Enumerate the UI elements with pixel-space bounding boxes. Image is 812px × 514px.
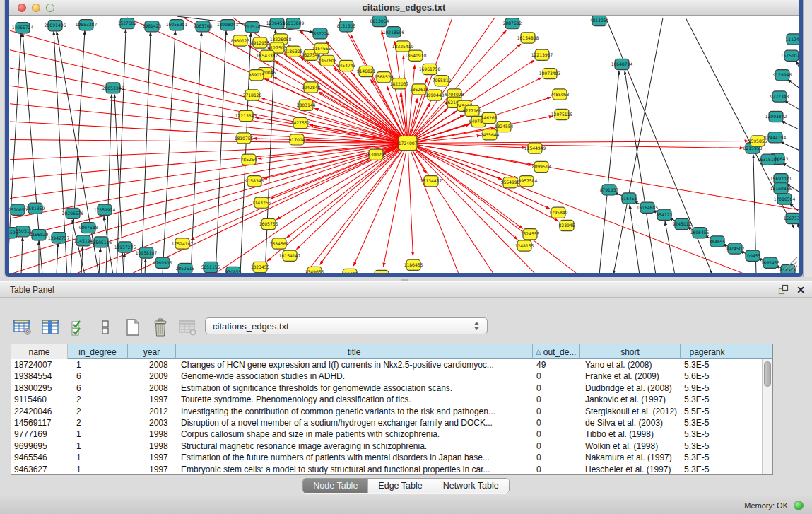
table-cell: 0 [533,464,580,474]
graph-edge-black [599,71,619,273]
graph-edge-black [124,253,124,273]
scrollbar-thumb[interactable] [764,361,771,387]
table-row[interactable]: 977716911998Corpus callosum shape and si… [11,428,762,440]
column-header-name[interactable]: name [11,344,68,359]
graph-node-label: 9097588 [79,225,98,230]
close-panel-icon[interactable]: ✕ [796,284,805,296]
memory-status-label: Memory: OK [744,501,788,510]
network-canvas[interactable]: 1724007140557242069140610653287152760289… [9,16,799,273]
delete-table-icon [179,319,197,336]
table-row[interactable]: 946362711997Embryonic stem cells: a mode… [11,464,762,474]
table-settings-button[interactable] [13,317,33,337]
table-row[interactable]: 911546021997Tourette syndrome. Phenomeno… [11,394,762,405]
tab-edge-table[interactable]: Edge Table [367,479,432,493]
column-header-out_degree[interactable]: △out_de... [533,344,580,359]
select-column-icon [41,319,59,336]
graph-node-label: 12975115 [551,112,573,117]
network-window-titlebar[interactable]: citations_edges.txt [9,0,799,16]
table-cell: 9465546 [11,452,68,463]
column-header-pagerank[interactable]: pagerank [681,344,734,359]
table-row[interactable]: 1872400712008Changes of HCN gene express… [11,359,762,370]
table-row[interactable]: 946554611997Estimation of the future num… [11,452,762,463]
table-cell: 9463627 [11,464,68,474]
table-cell: 1 [68,428,128,440]
graph-node-label: 16055301 [166,22,188,27]
select-all-rows-button[interactable] [68,317,88,337]
table-row[interactable]: 969969511998Structural magnetic resonanc… [11,440,762,452]
new-table-button[interactable] [123,317,143,337]
column-header-year[interactable]: year [128,344,176,359]
graph-node-label: 15692071 [770,176,792,181]
table-cell: 2 [68,406,128,417]
table-settings-icon [13,319,32,336]
table-cell: Wolkin et al. (1998) [580,440,681,452]
graph-node-label: 18325419 [392,44,414,49]
graph-edge-black [789,204,799,212]
column-header-title[interactable]: title [176,344,533,359]
graph-node-label: 10973403 [539,71,561,76]
graph-node-label: 13505115 [90,240,112,245]
table-cell: Tourette syndrome. Phenomenology and cla… [176,394,533,405]
select-column-button[interactable] [40,317,60,337]
graph-node-label: 2367608 [318,58,337,63]
graph-edge-black [782,163,799,172]
graph-node-label: 5051155 [201,264,220,269]
table-cell: 5.3E-5 [681,359,734,370]
table-cell: 2012 [128,406,176,417]
table-row[interactable]: 1830029562008Estimation of significance … [11,382,762,394]
float-panel-icon[interactable] [778,284,789,296]
table-row[interactable]: 1938455462009Genome-wide association stu… [11,370,762,382]
graph-node-label: 9554998 [501,180,520,185]
graph-node-label: 1527602 [118,21,137,25]
graph-node-label: 6794028 [445,92,464,97]
graph-node-label: 12444194 [765,135,787,140]
graph-edge-red [408,143,518,178]
tab-node-table[interactable]: Node Table [303,479,367,493]
delete-selected-button[interactable] [151,317,170,337]
clear-selection-button[interactable] [95,317,115,337]
graph-edge-red [10,143,408,218]
table-cell: 0 [533,417,580,428]
column-header-in_degree[interactable]: in_degree [68,344,128,359]
graph-edge-black [781,121,799,129]
graph-node-label: 8099513 [532,164,551,169]
table-cell: 2008 [128,382,176,394]
graph-node-label: 19218596 [383,29,405,34]
graph-node-label: 1595855 [748,139,767,144]
table-row[interactable]: 1456911722003Disruption of a novel membe… [11,417,762,428]
graph-node-label: 8960123 [231,38,250,43]
table-scrollbar[interactable] [762,359,772,474]
graph-node-label: 4813054 [590,18,609,23]
graph-edge-red [384,143,408,267]
delete-table-button[interactable] [178,317,198,337]
table-body: 1872400712008Changes of HCN gene express… [11,359,762,474]
graph-node-label: 391595 [9,230,18,235]
graph-node-label: 2520650 [9,207,27,212]
graph-node-label: 2718126 [243,93,262,98]
table-cell: 14569117 [11,417,68,428]
tab-network-table[interactable]: Network Table [433,479,509,493]
table-selector-value: citations_edges.txt [213,321,473,332]
graph-node-label: 14055724 [12,25,34,30]
table-cell: Corpus callosum shape and size in male p… [176,428,533,440]
graph-node-label: 109455 [745,253,761,258]
graph-edge-black [780,141,799,150]
graph-edge-red [265,78,408,143]
graph-edge-black [784,101,799,110]
table-cell: Hescheler et al. (1997) [580,464,681,474]
graph-edge-black [796,61,799,69]
graph-node-label: 917004 [289,137,305,142]
table-cell: 2009 [128,370,176,382]
table-cell: 6 [68,370,128,382]
cytoscape-app: citations_edges.txt 17240071405572420691… [0,0,812,514]
table-cell: Yano et al. (2008) [580,359,681,370]
graph-node-label: 16164685 [637,205,659,210]
table-cell: Estimation of the future numbers of pati… [176,452,533,463]
graph-node-label: 2087682 [503,21,522,25]
table-cell: 1998 [128,440,176,452]
table-selector[interactable]: citations_edges.txt [205,317,488,334]
table-panel: Table Panel ✕ [0,281,812,496]
table-row[interactable]: 2242004622012Investigating the contribut… [11,406,762,417]
graph-edge-black [163,30,175,273]
column-header-short[interactable]: short [580,344,681,359]
